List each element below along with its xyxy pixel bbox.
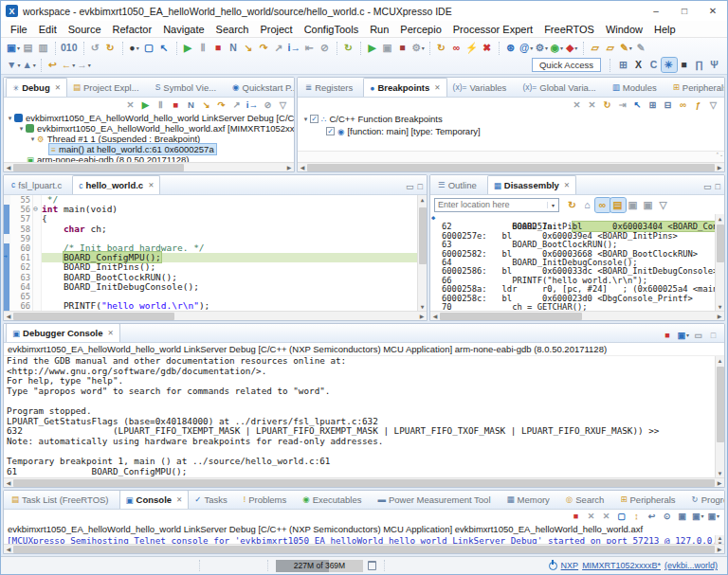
launch-config-button[interactable]: ●▾ (127, 41, 142, 55)
disassembly-hscrollbar[interactable]: ◀ ▶ (430, 311, 724, 320)
gdb-console-output[interactable]: Find the GDB manual and other documentat… (4, 356, 715, 477)
show-on-output-button[interactable]: ▣ (676, 511, 689, 522)
link-with-debug-button[interactable]: ∞ (677, 99, 690, 111)
minimize-window-button[interactable]: – (642, 1, 670, 21)
next-annotation-button[interactable]: ▼▾ (6, 58, 21, 72)
menu-item[interactable]: File (5, 23, 33, 36)
menu-item[interactable]: Window (600, 23, 648, 36)
location-combo[interactable]: ▾ (434, 198, 559, 212)
tab-breakpoints[interactable]: ●Breakpoints✕ (363, 78, 446, 97)
remove-all-breakpoints-button[interactable]: ✕ (586, 99, 599, 111)
code-editor[interactable]: → 5556 5758 5960 6162 6364 6566 ⊖ */ (4, 195, 427, 311)
line-number-ruler[interactable]: 5556 5758 5960 6162 6364 6566 (10, 195, 33, 311)
close-tab-icon[interactable]: ✕ (148, 181, 154, 189)
remove-all-terminated-button[interactable]: ✕ (124, 99, 137, 111)
close-tab-icon[interactable]: ✕ (55, 83, 61, 92)
disassembly-current-row[interactable]: ◆6000257a: bl 0x60003404 <BOARD_ConfigMP… (430, 214, 715, 223)
step-filters-button[interactable]: ⊘ (318, 41, 333, 55)
flash-tool-button[interactable]: ⚡ (464, 41, 480, 55)
terminate-all-button[interactable]: ■ (395, 41, 410, 55)
tab-progress[interactable]: ↻Progress (686, 491, 724, 509)
disconnect-button[interactable]: N (185, 99, 198, 111)
expand-all-button[interactable]: ⊞ (646, 99, 660, 111)
import-button[interactable]: ▱ (588, 41, 603, 55)
debug-perspective-button[interactable]: ✳ (662, 58, 677, 72)
gdb-console-vscrollbar[interactable]: ▲ ▼ (715, 356, 724, 477)
audio-perspective-button[interactable]: Ψ (707, 58, 722, 72)
device-perspective-button[interactable]: ■ (677, 58, 692, 72)
disassembly-vscrollbar[interactable]: ▲ ▼ (715, 214, 724, 311)
menu-item[interactable]: ConfigTools (299, 23, 364, 36)
tab-hello-world[interactable]: chello_world.c✕ (72, 175, 160, 194)
build-button[interactable]: 010 (60, 41, 80, 55)
breakpoint-checkbox[interactable]: ✓ (310, 115, 318, 123)
remove-all-launches-button[interactable]: ✕ (600, 511, 613, 522)
drop-to-frame-button[interactable]: ⇤ (302, 41, 318, 55)
tab-debug[interactable]: ✳Debug✕ (6, 78, 67, 97)
location-input[interactable] (435, 200, 547, 209)
instruction-stepping-button[interactable]: i→ (246, 99, 260, 111)
mini-scrollbar[interactable]: ⌃⌄ (715, 152, 724, 162)
terminate-button[interactable]: ■ (170, 99, 183, 111)
open-new-view-button[interactable]: ▣ (626, 198, 641, 212)
trace-perspective-button[interactable]: ∏ (692, 58, 707, 72)
gdb-console-hscrollbar[interactable]: ◀ ▶ (4, 477, 724, 487)
quick-access-button[interactable]: Quick Access (532, 58, 601, 72)
menu-item[interactable]: Edit (33, 23, 63, 36)
tab-outline[interactable]: ☰Outline (432, 175, 487, 194)
collapse-all-button[interactable]: ⊟ (662, 99, 675, 111)
tab-registers[interactable]: ≣Registers (300, 78, 363, 97)
code-area[interactable]: */ int main(void) { char ch; /* Init boa… (42, 195, 417, 311)
disassembly-row[interactable]: 70 ch = GETCHAR(); (430, 303, 715, 311)
debug-thread-node[interactable]: ▾ ⚙ Thread #1 1 (Suspended : Breakpoint) (4, 134, 294, 144)
status-link-nxp[interactable]: NXP (561, 561, 579, 570)
debug-hscrollbar[interactable]: ◀ ▶ (4, 162, 294, 171)
tab-debugger-console[interactable]: ▣ Debugger Console ✕ (6, 324, 120, 342)
debug-stack-frame-node[interactable]: ≡ main() at hello_world.c:61 0x6000257a (4, 144, 294, 154)
view-menu-button[interactable]: ▽ (707, 99, 720, 111)
tab-global-variables[interactable]: (x)=Global Varia... (517, 78, 606, 97)
collapse-icon[interactable]: ⊖ (33, 205, 38, 213)
breakpoint-checkbox[interactable]: ✓ (326, 127, 335, 135)
clear-console-button[interactable]: ▢ (615, 511, 628, 522)
view-menu-button[interactable]: ▽ (656, 198, 671, 212)
tab-fsl-lpuart[interactable]: cfsl_lpuart.c (6, 175, 72, 194)
cpp-perspective-button[interactable]: C (646, 58, 662, 72)
folding-ruler[interactable]: ⊖ (33, 195, 42, 311)
console-vscrollbar[interactable]: ▲ ▼ (715, 535, 724, 544)
tab-search[interactable]: ◎Search (560, 491, 615, 509)
sdk-shell-button[interactable]: ▢ (142, 41, 157, 55)
tab-power-measurement[interactable]: ▬Power Measurement Tool (372, 491, 500, 509)
close-tab-icon[interactable]: ✕ (176, 495, 182, 504)
step-filters-button[interactable]: ⊘ (262, 99, 275, 111)
tab-project-explorer[interactable]: ▤Project Expl... (67, 78, 150, 97)
pointer-mode-button[interactable]: ↖ (157, 41, 173, 55)
config-tools-button[interactable]: @▾ (519, 41, 534, 55)
menu-item[interactable]: Source (63, 23, 107, 36)
last-edit-location-button[interactable]: ↩ (46, 58, 61, 72)
tab-symbol-viewer[interactable]: SSymbol Vie... (150, 78, 227, 97)
terminate-button[interactable]: ■ (211, 41, 227, 55)
step-into-button[interactable]: ↘ (200, 99, 213, 111)
show-source-button[interactable]: ▤ (610, 198, 626, 212)
freertos-button[interactable]: ⊛ (503, 41, 519, 55)
step-into-button[interactable]: ↘ (242, 41, 257, 55)
tab-tasks[interactable]: ✓Tasks (189, 491, 237, 509)
forward-button[interactable]: →▾ (76, 58, 92, 72)
step-return-button[interactable]: ↗ (230, 99, 244, 111)
menu-item[interactable]: Processor Expert (447, 23, 538, 36)
tab-modules[interactable]: ▥Modules (607, 78, 667, 97)
suspend-button[interactable]: Ⅱ (196, 41, 211, 55)
restart-button[interactable]: N (227, 41, 242, 55)
menu-item[interactable]: Refactor (107, 23, 158, 36)
tab-disassembly[interactable]: ▦Disassembly✕ (487, 175, 576, 194)
code-line[interactable]: int main(void) (42, 205, 417, 214)
close-tab-icon[interactable]: ✕ (434, 83, 440, 92)
maximize-button[interactable]: □ (707, 330, 720, 341)
remove-breakpoint-button[interactable]: ✕ (571, 99, 584, 111)
tab-problems[interactable]: !Problems (238, 491, 298, 509)
resume-button[interactable]: ▶ (139, 99, 153, 111)
kill-debug-button[interactable]: ✖ (480, 41, 495, 55)
maximize-window-button[interactable]: □ (670, 1, 699, 21)
suspend-button[interactable]: Ⅱ (155, 99, 168, 111)
